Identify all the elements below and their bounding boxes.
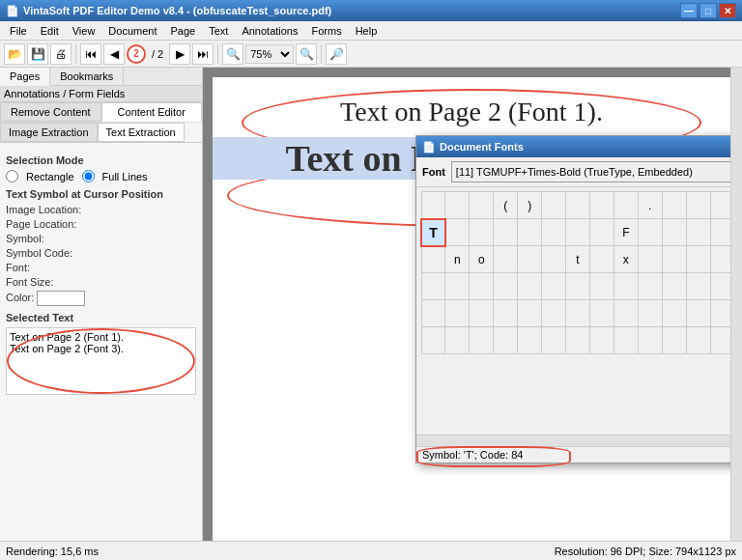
cell[interactable] <box>470 192 494 219</box>
cell[interactable] <box>566 273 590 300</box>
cell[interactable] <box>710 300 730 327</box>
dialog-scrollbar-h[interactable] <box>416 434 730 446</box>
window-controls[interactable]: — □ ✕ <box>680 3 736 18</box>
cell[interactable] <box>566 192 590 219</box>
cell[interactable] <box>638 300 662 327</box>
cell[interactable] <box>686 273 710 300</box>
cell[interactable] <box>710 246 730 273</box>
cell[interactable]: n <box>445 246 470 273</box>
close-button[interactable]: ✕ <box>719 3 736 18</box>
cell[interactable] <box>542 327 566 354</box>
cell[interactable] <box>710 273 730 300</box>
cell-T-highlighted[interactable]: T <box>421 219 445 246</box>
zoom-in-button[interactable]: 🔍 <box>296 43 317 65</box>
cell[interactable] <box>470 300 494 327</box>
cell[interactable] <box>518 219 542 246</box>
cell[interactable] <box>470 273 494 300</box>
cell[interactable] <box>518 300 542 327</box>
cell[interactable] <box>494 300 518 327</box>
cell[interactable] <box>542 219 566 246</box>
cell[interactable] <box>686 192 710 219</box>
cell[interactable] <box>686 300 710 327</box>
menu-page[interactable]: Page <box>165 23 202 39</box>
save-button[interactable]: 💾 <box>27 43 48 65</box>
minimize-button[interactable]: — <box>680 3 698 18</box>
zoom-out-button[interactable]: 🔍 <box>222 43 243 65</box>
open-button[interactable]: 📂 <box>4 43 25 65</box>
cell[interactable] <box>710 327 730 354</box>
cell[interactable] <box>445 273 470 300</box>
cell[interactable] <box>686 219 710 246</box>
cell[interactable] <box>589 273 614 300</box>
cell[interactable] <box>445 327 470 354</box>
menu-file[interactable]: File <box>4 23 33 39</box>
nav-prev-button[interactable]: ◀ <box>103 43 125 65</box>
cell[interactable] <box>589 300 614 327</box>
cell[interactable] <box>614 300 638 327</box>
menu-annotations[interactable]: Annotations <box>236 23 303 39</box>
current-page-number[interactable]: 2 <box>127 44 146 64</box>
font-select[interactable]: [11] TGMUPF+Times-Bold (TrueType, Embedd… <box>451 161 730 182</box>
cell[interactable] <box>421 273 445 300</box>
cell[interactable] <box>542 246 566 273</box>
cell[interactable] <box>662 300 686 327</box>
cell[interactable] <box>445 192 470 219</box>
cell[interactable] <box>638 246 662 273</box>
zoom-select[interactable]: 75% 100% 150% <box>245 44 294 64</box>
cell[interactable] <box>662 273 686 300</box>
rectangle-radio[interactable] <box>6 170 18 182</box>
menu-view[interactable]: View <box>67 23 101 39</box>
cell[interactable] <box>614 327 638 354</box>
cell[interactable] <box>638 273 662 300</box>
cell[interactable] <box>421 327 445 354</box>
nav-last-button[interactable]: ⏭ <box>192 43 214 65</box>
cell[interactable] <box>710 192 730 219</box>
cell[interactable] <box>494 219 518 246</box>
cell[interactable] <box>421 192 445 219</box>
cell[interactable] <box>662 246 686 273</box>
cell[interactable] <box>518 273 542 300</box>
page-view-area[interactable]: Text on Page 2 (Font 1). Text on Page 2 … <box>203 68 742 541</box>
cell[interactable]: o <box>470 246 494 273</box>
cell[interactable] <box>470 327 494 354</box>
cell[interactable]: ( <box>494 192 518 219</box>
fulllines-radio[interactable] <box>82 170 95 182</box>
menu-text[interactable]: Text <box>203 23 234 39</box>
cell[interactable] <box>445 219 470 246</box>
cell[interactable] <box>518 246 542 273</box>
remove-content-button[interactable]: Remove Content <box>0 102 101 122</box>
cell[interactable] <box>470 219 494 246</box>
cell[interactable] <box>518 327 542 354</box>
cell[interactable] <box>421 300 445 327</box>
cell[interactable] <box>686 246 710 273</box>
cell[interactable] <box>614 273 638 300</box>
nav-next-button[interactable]: ▶ <box>169 43 190 65</box>
main-scrollbar-v[interactable] <box>730 68 742 541</box>
cell[interactable] <box>566 300 590 327</box>
cell[interactable] <box>542 273 566 300</box>
menu-forms[interactable]: Forms <box>306 23 348 39</box>
cell[interactable]: x <box>614 246 638 273</box>
cell[interactable] <box>638 327 662 354</box>
print-button[interactable]: 🖨 <box>50 43 71 65</box>
menu-document[interactable]: Document <box>102 23 162 39</box>
cell[interactable] <box>494 327 518 354</box>
cell[interactable]: ) <box>518 192 542 219</box>
cell[interactable] <box>445 300 470 327</box>
cell[interactable] <box>589 327 614 354</box>
maximize-button[interactable]: □ <box>699 3 717 18</box>
cell[interactable] <box>710 219 730 246</box>
cell[interactable] <box>662 219 686 246</box>
cell[interactable] <box>566 327 590 354</box>
tab-annotations[interactable]: Annotations / Form Fields <box>0 86 202 102</box>
cell[interactable] <box>662 327 686 354</box>
cell[interactable] <box>542 300 566 327</box>
image-extraction-tab[interactable]: Image Extraction <box>0 123 98 142</box>
nav-first-button[interactable]: ⏮ <box>80 43 101 65</box>
cell[interactable] <box>662 192 686 219</box>
tab-bookmarks[interactable]: Bookmarks <box>50 68 124 85</box>
cell[interactable] <box>566 219 590 246</box>
cell[interactable] <box>686 327 710 354</box>
cell[interactable] <box>494 273 518 300</box>
cell[interactable] <box>589 246 614 273</box>
